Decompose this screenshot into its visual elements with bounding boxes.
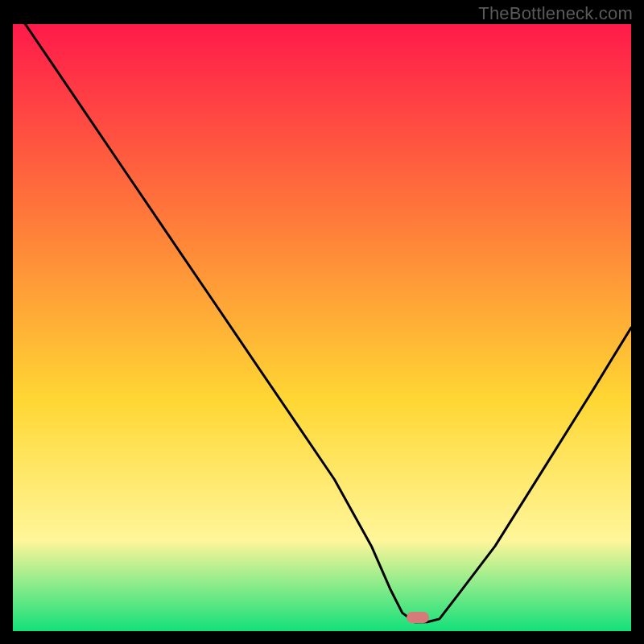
bottleneck-chart bbox=[13, 24, 631, 631]
optimal-point-marker bbox=[407, 612, 429, 623]
watermark-text: TheBottleneck.com bbox=[478, 3, 633, 24]
chart-frame bbox=[13, 24, 631, 631]
gradient-background bbox=[13, 24, 631, 631]
